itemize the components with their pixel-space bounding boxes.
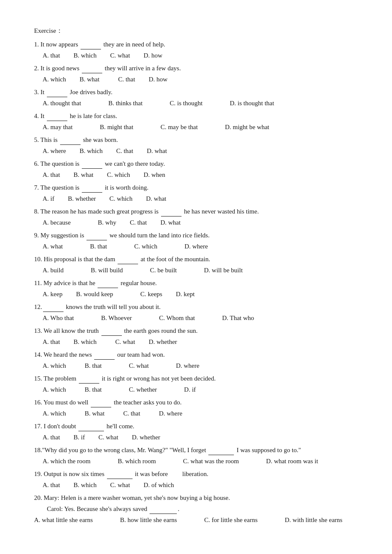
q2-blank xyxy=(82,73,102,73)
q11-optC: C. keeps xyxy=(140,289,162,299)
question-10: 10. His proposal is that the dam at the … xyxy=(34,254,358,275)
q3-text: 3. It Joe drives badly. xyxy=(34,87,358,97)
question-16: 16. You must do well the teacher asks yo… xyxy=(34,397,358,418)
q10-options: A. build B. will build C. be built D. wi… xyxy=(34,265,358,275)
q2-options: A. which B. what C. that D. how xyxy=(34,74,358,84)
question-9: 9. My suggestion is we should turn the l… xyxy=(34,230,358,251)
q3-optA: A. thought that xyxy=(43,98,81,108)
questions-container: 1. It now appears they are in need of he… xyxy=(34,39,358,525)
q1-text: 1. It now appears they are in need of he… xyxy=(34,39,358,49)
q5-optD: D. what xyxy=(147,146,167,156)
q11-optB: B. would keep xyxy=(76,289,113,299)
q11-text: 11. My advice is that he regular house. xyxy=(34,278,358,288)
q19-text: 19. Output is now six times it was befor… xyxy=(34,469,358,479)
q5-optB: B. which xyxy=(80,146,103,156)
q17-optB: B. if xyxy=(74,432,85,442)
q20-blank xyxy=(150,514,177,514)
q6-optA: A. that xyxy=(43,170,60,180)
q6-options: A. that B. what C. which D. when xyxy=(34,170,358,180)
question-17: 17. I don't doubt he'll come. A. that B.… xyxy=(34,421,358,442)
q16-optA: A. which xyxy=(43,408,66,418)
q17-optC: C. what xyxy=(98,432,118,442)
q4-optB: B. might that xyxy=(100,122,133,132)
question-5: 5. This is she was born. A. where B. whi… xyxy=(34,135,358,156)
q18-optC: C. what was the room xyxy=(183,456,239,466)
q8-options: A. because B. why C. that D. what xyxy=(34,217,358,228)
q18-text: 18."Why did you go to the wrong class, M… xyxy=(34,445,358,455)
q12-optC: C. Whom that xyxy=(159,313,195,323)
q7-optA: A. if xyxy=(43,193,55,204)
exercise-title: Exercise： xyxy=(34,26,358,36)
q10-text: 10. His proposal is that the dam at the … xyxy=(34,254,358,264)
q20-optD: D. with little she earns xyxy=(285,515,342,525)
q2-optB: B. what xyxy=(80,74,100,84)
q20-optC: C. for little she earns xyxy=(204,515,257,525)
q20-optA: A. what little she earns xyxy=(34,515,93,525)
q7-optC: C. which xyxy=(110,193,133,204)
q1-optC: C. what xyxy=(110,50,130,61)
q3-blank xyxy=(47,97,67,97)
q9-text: 9. My suggestion is we should turn the l… xyxy=(34,230,358,240)
q8-optA: A. because xyxy=(43,217,71,228)
q19-optB: B. which xyxy=(74,480,97,490)
q13-optB: B. which xyxy=(74,337,97,347)
q10-optB: B. will build xyxy=(91,265,123,275)
q17-blank xyxy=(78,431,104,431)
q15-optA: A. which xyxy=(43,384,66,395)
question-3: 3. It Joe drives badly. A. thought that … xyxy=(34,87,358,108)
q4-optC: C. may be that xyxy=(161,122,198,132)
q17-options: A. that B. if C. what D. whether xyxy=(34,432,358,442)
q12-optB: B. Whoever xyxy=(101,313,132,323)
question-2: 2. It is good news they will arrive in a… xyxy=(34,63,358,84)
question-14: 14. We heard the news our team had won. … xyxy=(34,349,358,371)
q18-optA: A. which the room xyxy=(43,456,90,466)
q13-optA: A. that xyxy=(43,337,60,347)
q16-blank xyxy=(91,407,111,407)
q8-text: 8. The reason he has made such great pro… xyxy=(34,206,358,216)
q12-optA: A. Who that xyxy=(43,313,74,323)
q16-options: A. which B. what C. that D. where xyxy=(34,408,358,418)
q3-optD: D. is thought that xyxy=(230,98,274,108)
q14-text: 14. We heard the news our team had won. xyxy=(34,349,358,360)
q14-optA: A. which xyxy=(43,361,66,371)
question-12: 12. knows the truth will tell you about … xyxy=(34,302,358,323)
q3-options: A. thought that B. thinks that C. is tho… xyxy=(34,98,358,108)
q12-options: A. Who that B. Whoever C. Whom that D. T… xyxy=(34,313,358,323)
q9-options: A. what B. that C. which D. where xyxy=(34,241,358,251)
q14-optC: C. what xyxy=(129,361,149,371)
q19-optD: D. of which xyxy=(144,480,174,490)
q4-blank xyxy=(47,121,67,121)
q10-optA: A. build xyxy=(43,265,63,275)
q10-blank xyxy=(118,264,138,264)
q14-optB: B. that xyxy=(85,361,102,371)
q10-optC: C. be built xyxy=(150,265,177,275)
q8-optB: B. why xyxy=(98,217,116,228)
q18-blank xyxy=(208,455,234,455)
q3-optB: B. thinks that xyxy=(108,98,142,108)
q14-options: A. which B. that C. what D. where xyxy=(34,361,358,371)
q15-optD: D. if xyxy=(184,384,196,395)
question-4: 4. It he is late for class. A. may that … xyxy=(34,111,358,132)
q11-options: A. keep B. would keep C. keeps D. kept xyxy=(34,289,358,299)
q19-options: A. that B. which C. what D. of which xyxy=(34,480,358,490)
q15-optB: B. that xyxy=(85,384,102,395)
q3-optC: C. is thought xyxy=(170,98,202,108)
q6-text: 6. The question is we can't go there tod… xyxy=(34,159,358,169)
q7-optD: D. what xyxy=(146,193,167,204)
q5-optC: C. that xyxy=(116,146,133,156)
q8-optC: C. that xyxy=(130,217,147,228)
q12-optD: D. That who xyxy=(222,313,254,323)
question-15: 15. The problem it is right or wrong has… xyxy=(34,373,358,395)
q4-text: 4. It he is late for class. xyxy=(34,111,358,121)
q15-options: A. which B. that C. whether D. if xyxy=(34,384,358,395)
q10-optD: D. will be built xyxy=(204,265,243,275)
q11-optD: D. kept xyxy=(176,289,195,299)
q11-optA: A. keep xyxy=(43,289,63,299)
question-6: 6. The question is we can't go there tod… xyxy=(34,159,358,180)
question-18: 18."Why did you go to the wrong class, M… xyxy=(34,445,358,466)
q6-optB: B. what xyxy=(74,170,94,180)
question-8: 8. The reason he has made such great pro… xyxy=(34,206,358,228)
q16-optD: D. where xyxy=(159,408,182,418)
q8-blank xyxy=(161,216,182,216)
q4-optA: A. may that xyxy=(43,122,72,132)
